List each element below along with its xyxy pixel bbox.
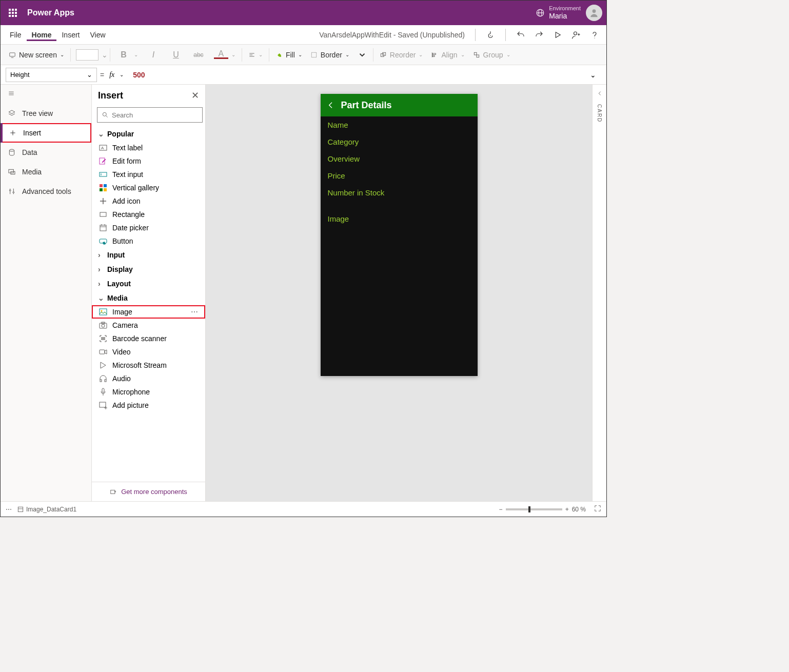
group-media[interactable]: ⌄Media bbox=[92, 291, 205, 305]
svg-rect-30 bbox=[9, 169, 13, 173]
search-input[interactable] bbox=[112, 111, 198, 119]
theme-color-swatch[interactable] bbox=[76, 49, 98, 61]
menu-file[interactable]: File bbox=[5, 29, 27, 41]
rail-media[interactable]: Media bbox=[1, 162, 91, 182]
entry-text-input[interactable]: Text input bbox=[92, 168, 205, 181]
help-button[interactable] bbox=[587, 27, 602, 43]
menu-view[interactable]: View bbox=[85, 29, 110, 41]
calendar-icon bbox=[99, 224, 107, 232]
fit-to-screen-button[interactable] bbox=[594, 505, 601, 513]
field-overview[interactable]: Overview bbox=[321, 150, 478, 167]
get-more-components-button[interactable]: Get more components bbox=[92, 482, 205, 501]
border-button[interactable]: Border⌄ bbox=[306, 49, 353, 61]
svg-rect-55 bbox=[100, 309, 107, 315]
canvas[interactable]: Part Details Name Category Overview Pric… bbox=[206, 85, 592, 501]
svg-point-9 bbox=[594, 37, 595, 38]
rail-label: Data bbox=[22, 148, 37, 156]
entry-camera[interactable]: Camera bbox=[92, 319, 205, 332]
svg-marker-26 bbox=[9, 110, 15, 114]
alignment-button: ⌄ bbox=[244, 49, 267, 61]
rectangle-icon bbox=[99, 210, 107, 219]
toolbar-overflow-button[interactable] bbox=[353, 48, 371, 62]
rail-advanced-tools[interactable]: Advanced tools bbox=[1, 182, 91, 201]
group-label: Display bbox=[107, 265, 133, 273]
group-label: Group bbox=[483, 51, 503, 59]
field-name[interactable]: Name bbox=[321, 116, 478, 133]
redo-button[interactable] bbox=[531, 27, 547, 43]
app-launcher-icon[interactable] bbox=[5, 6, 21, 20]
expand-formula-button[interactable]: ⌄ bbox=[585, 71, 601, 79]
rail-insert[interactable]: Insert bbox=[1, 123, 91, 143]
breadcrumb[interactable]: Image_DataCard1 bbox=[17, 506, 76, 513]
fill-button[interactable]: Fill⌄ bbox=[271, 49, 306, 61]
svg-marker-65 bbox=[105, 350, 107, 354]
expand-properties-button[interactable] bbox=[596, 90, 603, 98]
entry-rectangle[interactable]: Rectangle bbox=[92, 208, 205, 221]
entry-date-picker[interactable]: Date picker bbox=[92, 221, 205, 234]
svg-rect-69 bbox=[102, 388, 104, 392]
italic-button: I bbox=[142, 48, 165, 62]
group-display[interactable]: ›Display bbox=[92, 262, 205, 276]
svg-point-36 bbox=[103, 112, 106, 116]
svg-rect-16 bbox=[381, 53, 384, 56]
field-category[interactable]: Category bbox=[321, 133, 478, 150]
entry-image[interactable]: Image ⋯ bbox=[92, 305, 205, 319]
brand-label: Power Apps bbox=[27, 8, 74, 17]
svg-point-56 bbox=[101, 310, 103, 312]
stream-icon bbox=[99, 361, 107, 369]
group-popular[interactable]: ⌄Popular bbox=[92, 127, 205, 141]
rail-tree-view[interactable]: Tree view bbox=[1, 104, 91, 123]
svg-marker-66 bbox=[101, 362, 106, 368]
status-more-button[interactable]: ⋯ bbox=[6, 506, 12, 513]
play-button[interactable] bbox=[550, 27, 565, 43]
entry-microphone[interactable]: Microphone bbox=[92, 385, 205, 399]
entry-barcode-scanner[interactable]: Barcode scanner bbox=[92, 332, 205, 345]
field-price[interactable]: Price bbox=[321, 167, 478, 184]
video-icon bbox=[99, 348, 107, 356]
group-layout[interactable]: ›Layout bbox=[92, 276, 205, 291]
entry-microsoft-stream[interactable]: Microsoft Stream bbox=[92, 359, 205, 372]
share-button[interactable] bbox=[568, 27, 584, 43]
entry-add-icon[interactable]: Add icon bbox=[92, 194, 205, 208]
rail-label: Insert bbox=[23, 129, 41, 137]
formula-input[interactable] bbox=[130, 69, 582, 81]
group-label: Input bbox=[107, 251, 125, 259]
svg-rect-21 bbox=[474, 52, 477, 55]
property-selector[interactable]: Height ⌄ bbox=[6, 68, 97, 82]
field-number-in-stock[interactable]: Number in Stock bbox=[321, 184, 478, 201]
avatar[interactable] bbox=[586, 5, 602, 21]
svg-point-58 bbox=[102, 324, 105, 327]
rail-label: Advanced tools bbox=[22, 187, 71, 195]
align-label: Align bbox=[441, 51, 457, 59]
environment-selector[interactable]: Environment Maria bbox=[536, 5, 581, 21]
svg-point-4 bbox=[490, 35, 491, 36]
zoom-slider[interactable] bbox=[506, 508, 562, 510]
edit-form-icon bbox=[99, 157, 107, 165]
back-icon[interactable] bbox=[327, 101, 335, 109]
rail-data[interactable]: Data bbox=[1, 143, 91, 162]
phone-screen[interactable]: Part Details Name Category Overview Pric… bbox=[321, 94, 478, 376]
plus-icon bbox=[99, 197, 107, 205]
new-screen-button[interactable]: New screen⌄ bbox=[5, 49, 68, 61]
search-box[interactable] bbox=[97, 107, 203, 123]
entry-vertical-gallery[interactable]: Vertical gallery bbox=[92, 181, 205, 194]
entry-audio[interactable]: Audio bbox=[92, 372, 205, 385]
menu-insert[interactable]: Insert bbox=[56, 29, 85, 41]
undo-button[interactable] bbox=[513, 27, 528, 43]
hamburger-rail-button[interactable] bbox=[1, 85, 91, 104]
entry-text-label[interactable]: AText label bbox=[92, 141, 205, 154]
entry-add-picture[interactable]: Add picture bbox=[92, 399, 205, 412]
close-panel-button[interactable]: ✕ bbox=[191, 90, 199, 101]
zoom-out-button[interactable]: − bbox=[499, 506, 503, 513]
group-input[interactable]: ›Input bbox=[92, 248, 205, 262]
entry-edit-form[interactable]: Edit form bbox=[92, 154, 205, 168]
zoom-in-button[interactable]: + bbox=[565, 506, 569, 513]
field-image[interactable]: Image bbox=[321, 210, 478, 227]
entry-video[interactable]: Video bbox=[92, 345, 205, 359]
status-bar: ⋯ Image_DataCard1 − + 60 % bbox=[1, 501, 606, 517]
svg-point-6 bbox=[574, 32, 577, 35]
entry-button[interactable]: Button bbox=[92, 234, 205, 248]
menu-home[interactable]: Home bbox=[27, 29, 57, 41]
entry-more-button[interactable]: ⋯ bbox=[191, 308, 199, 316]
app-checker-button[interactable] bbox=[483, 27, 498, 43]
